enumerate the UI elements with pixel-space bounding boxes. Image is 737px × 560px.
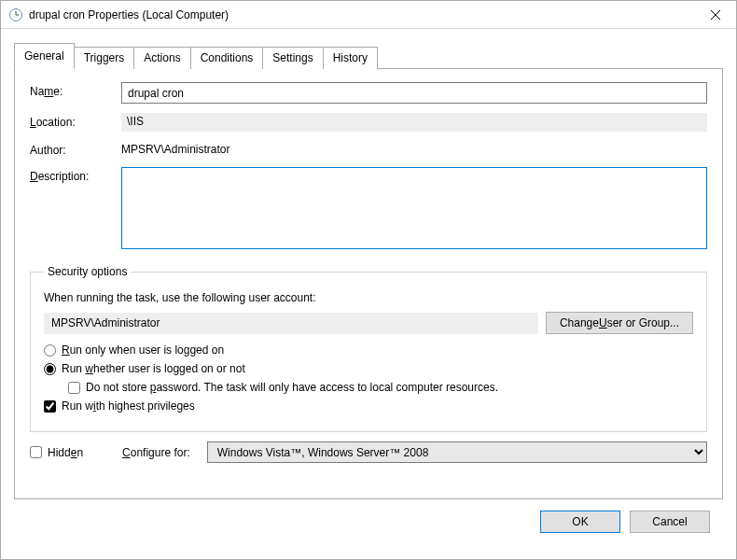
checkbox-nostore-label: Do not store password. The task will onl… bbox=[86, 381, 498, 394]
checkbox-hidden[interactable]: Hidden bbox=[30, 446, 83, 459]
dialog-body: General Triggers Actions Conditions Sett… bbox=[1, 29, 736, 559]
security-running-text: When running the task, use the following… bbox=[44, 291, 693, 304]
author-value: MPSRV\Administrator bbox=[121, 141, 707, 158]
ok-button[interactable]: OK bbox=[540, 511, 620, 533]
tab-settings[interactable]: Settings bbox=[262, 47, 323, 69]
tab-triggers[interactable]: Triggers bbox=[74, 47, 135, 69]
tab-conditions[interactable]: Conditions bbox=[190, 47, 264, 69]
user-account-display: MPSRV\Administrator bbox=[44, 313, 538, 334]
radio-run-whether[interactable]: Run whether user is logged on or not bbox=[44, 362, 693, 375]
radio-run-loggedon[interactable]: Run only when user is logged on bbox=[44, 343, 693, 357]
description-label: Description: bbox=[30, 167, 121, 183]
checkbox-nostore-input[interactable] bbox=[68, 382, 80, 394]
name-label: Name: bbox=[30, 82, 121, 98]
radio-run-whether-label: Run whether user is logged on or not bbox=[62, 362, 245, 375]
tab-actions[interactable]: Actions bbox=[133, 47, 190, 69]
dialog-footer: OK Cancel bbox=[14, 499, 723, 546]
cancel-button[interactable]: Cancel bbox=[630, 511, 710, 533]
configure-for-label: Configure for: bbox=[122, 446, 190, 459]
titlebar: drupal cron Properties (Local Computer) bbox=[1, 1, 736, 29]
checkbox-highest-priv[interactable]: Run with highest privileges bbox=[44, 399, 693, 413]
properties-dialog: drupal cron Properties (Local Computer) … bbox=[0, 0, 737, 560]
checkbox-hidden-label: Hidden bbox=[48, 446, 83, 459]
location-label: Location: bbox=[30, 113, 121, 129]
tab-panel-general: Name: Location: \IIS Author: MPSRV\Admin… bbox=[14, 68, 723, 499]
change-user-button[interactable]: Change User or Group... bbox=[546, 312, 693, 334]
description-input[interactable] bbox=[121, 167, 707, 249]
location-value: \IIS bbox=[121, 113, 707, 132]
tab-history[interactable]: History bbox=[323, 47, 378, 69]
name-input[interactable] bbox=[121, 82, 707, 104]
configure-for-select[interactable]: Windows Vista™, Windows Server™ 2008 bbox=[207, 441, 707, 463]
close-button[interactable] bbox=[694, 1, 736, 28]
tab-strip: General Triggers Actions Conditions Sett… bbox=[14, 43, 723, 69]
bottom-row: Hidden Configure for: Windows Vista™, Wi… bbox=[30, 441, 707, 463]
window-title: drupal cron Properties (Local Computer) bbox=[29, 8, 694, 21]
author-label: Author: bbox=[30, 141, 121, 157]
checkbox-nostore-password[interactable]: Do not store password. The task will onl… bbox=[68, 381, 693, 394]
radio-run-loggedon-label: Run only when user is logged on bbox=[62, 343, 224, 357]
clock-icon bbox=[8, 7, 23, 22]
radio-run-whether-input[interactable] bbox=[44, 363, 56, 375]
security-options-group: Security options When running the task, … bbox=[30, 265, 707, 432]
checkbox-highest-label: Run with highest privileges bbox=[62, 399, 195, 413]
radio-run-loggedon-input[interactable] bbox=[44, 344, 56, 357]
checkbox-highest-input[interactable] bbox=[44, 400, 56, 413]
security-legend: Security options bbox=[44, 265, 131, 278]
checkbox-hidden-input[interactable] bbox=[30, 446, 42, 458]
tab-general[interactable]: General bbox=[14, 43, 75, 69]
